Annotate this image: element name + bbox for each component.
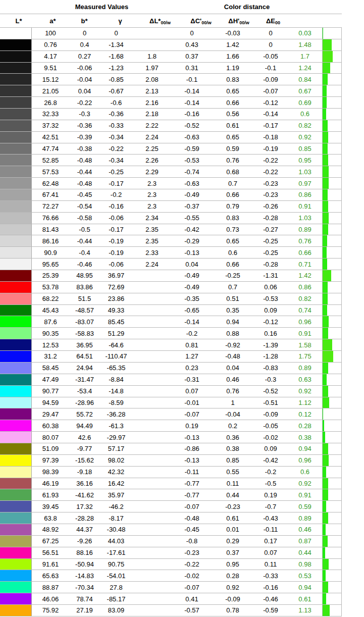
cell-b: -8.59 — [100, 397, 132, 408]
cell-dE: 0.97 — [288, 178, 322, 189]
cell-dL: -0.14 — [172, 85, 212, 96]
cell-dE: 0.96 — [288, 455, 322, 466]
column-header-b: b* — [68, 14, 100, 27]
cell-dH: -0.26 — [253, 201, 288, 212]
cell-dL: -0.16 — [172, 109, 212, 120]
delta-e-bar-cell — [322, 374, 342, 385]
delta-e-bar-cell — [322, 63, 342, 74]
delta-e-bar — [323, 224, 328, 235]
cell-dH: -0.25 — [253, 247, 288, 258]
delta-e-bar — [323, 420, 324, 431]
cell-dH: 0 — [253, 39, 288, 50]
cell-L: 86.16 — [32, 235, 69, 246]
cell-dL: -0.1 — [172, 74, 212, 85]
delta-e-bar-cell — [322, 501, 342, 512]
cell-dL: -0.77 — [172, 489, 212, 500]
delta-e-bar-cell — [322, 74, 342, 85]
cell-dC: 0.68 — [212, 166, 253, 177]
cell-b: 44.03 — [100, 536, 132, 547]
delta-e-bar-cell — [322, 570, 342, 581]
column-header-subscript: 00/w — [239, 20, 249, 25]
cell-dH: -0.2 — [253, 467, 288, 478]
color-swatch — [0, 235, 32, 246]
cell-dE: 0.82 — [288, 293, 322, 304]
cell-gamma — [132, 408, 172, 420]
table-row: 90.77-53.4-14.80.070.76-0.520.92 — [0, 386, 342, 397]
delta-e-bar-cell — [322, 235, 342, 246]
cell-dE: 0.67 — [288, 85, 322, 96]
cell-a: -0.44 — [69, 235, 100, 246]
delta-e-bar-cell — [322, 120, 342, 131]
cell-b: -65.35 — [100, 363, 132, 374]
delta-e-bar — [323, 408, 323, 420]
color-swatch — [0, 397, 32, 408]
cell-gamma: 2.18 — [132, 109, 172, 120]
column-header-label: L* — [16, 17, 22, 25]
cell-a: 83.86 — [69, 282, 100, 293]
delta-e-bar — [323, 235, 327, 246]
column-header-label: a* — [49, 17, 56, 25]
cell-b: -1.68 — [100, 51, 132, 62]
cell-b: 36.97 — [100, 270, 132, 281]
cell-gamma — [132, 593, 172, 604]
cell-dE: 0.86 — [288, 189, 322, 200]
cell-gamma: 2.26 — [132, 155, 172, 166]
cell-dC: 0.7 — [212, 178, 253, 189]
table-body: 100000-0.0300.030.760.4-1.340.431.4201.4… — [0, 28, 342, 616]
cell-a: 88.16 — [69, 547, 100, 558]
cell-gamma — [132, 605, 172, 616]
column-header-label: ΔL* — [149, 17, 161, 25]
cell-L: 90.77 — [32, 386, 69, 397]
cell-gamma: 2.25 — [132, 143, 172, 155]
cell-L: 48.92 — [32, 524, 69, 535]
table-row: 87.6-83.0785.45-0.140.94-0.120.96 — [0, 316, 342, 328]
cell-b: -30.48 — [100, 524, 132, 535]
cell-dC: 0.36 — [212, 432, 253, 443]
cell-dE: 0.71 — [288, 259, 322, 270]
delta-e-bar-cell — [322, 213, 342, 224]
delta-e-bar-cell — [322, 282, 342, 293]
cell-L: 100 — [32, 28, 69, 39]
delta-e-bar-cell — [322, 201, 342, 212]
cell-dH: -0.1 — [253, 63, 288, 74]
table-row: 86.16-0.44-0.192.35-0.290.65-0.250.76 — [0, 235, 342, 247]
table-row: 46.1936.1616.42-0.770.11-0.50.92 — [0, 478, 342, 490]
delta-e-bar — [323, 512, 328, 524]
cell-a: 0.27 — [69, 51, 100, 62]
cell-dH: -0.12 — [253, 316, 288, 327]
cell-gamma: 2.3 — [132, 189, 172, 200]
color-swatch — [0, 97, 32, 108]
cell-dC: 0.66 — [212, 97, 253, 108]
cell-dH: -0.7 — [253, 501, 288, 512]
cell-dE: 0.69 — [288, 97, 322, 108]
column-header-a: a* — [37, 14, 68, 27]
cell-L: 56.51 — [32, 547, 69, 558]
cell-a: 0.4 — [69, 39, 100, 50]
cell-dH: 0.19 — [253, 489, 288, 500]
cell-a: -53.4 — [69, 386, 100, 397]
cell-dC: 0.55 — [212, 467, 253, 478]
cell-gamma — [132, 432, 172, 443]
cell-a: -0.5 — [69, 224, 100, 235]
cell-gamma: 2.3 — [132, 178, 172, 189]
cell-a: 17.32 — [69, 501, 100, 512]
cell-dH: -0.59 — [253, 605, 288, 616]
cell-dE: 0.6 — [288, 467, 322, 478]
cell-dH: -0.19 — [253, 143, 288, 155]
delta-e-bar-cell — [322, 132, 342, 143]
table-row: 61.93-41.6235.97-0.770.440.190.91 — [0, 489, 342, 501]
cell-gamma — [132, 570, 172, 581]
cell-dL: -0.07 — [172, 501, 212, 512]
cell-L: 63.8 — [32, 512, 69, 524]
cell-dL: 1.27 — [172, 351, 212, 362]
cell-dH: -0.3 — [253, 374, 288, 385]
cell-L: 90.9 — [32, 247, 69, 258]
cell-L: 29.47 — [32, 408, 69, 420]
cell-b: -0.34 — [100, 132, 132, 143]
cell-b: -54.01 — [100, 570, 132, 581]
delta-e-bar-cell — [322, 85, 342, 96]
cell-dH: -0.12 — [253, 97, 288, 108]
cell-dC: 0.65 — [212, 132, 253, 143]
cell-gamma: 2.29 — [132, 166, 172, 177]
table-row: 67.25-9.2644.03-0.80.290.170.87 — [0, 536, 342, 547]
